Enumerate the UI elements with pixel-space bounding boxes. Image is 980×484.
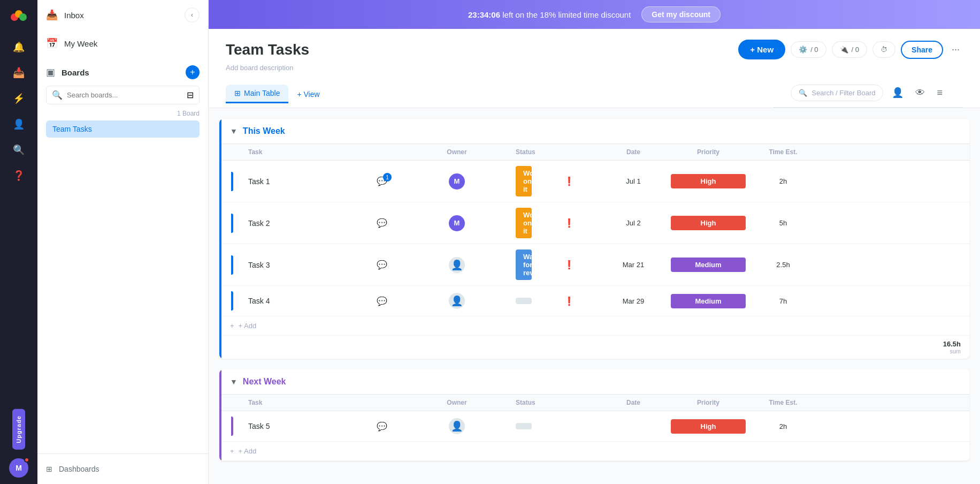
task-name-cell[interactable]: Task 1 bbox=[243, 172, 361, 191]
automation-button[interactable]: ⚙️ / 0 bbox=[791, 41, 826, 58]
sidebar-collapse-button[interactable]: ‹ bbox=[185, 7, 200, 22]
status-cell[interactable] bbox=[510, 292, 537, 309]
status-cell[interactable] bbox=[510, 418, 537, 435]
add-task-row-next[interactable]: + + Add bbox=[221, 442, 969, 461]
alert-icon: ❗ bbox=[564, 218, 575, 228]
page-title-row: Team Tasks + New ⚙️ / 0 🔌 / 0 ⏱ Share ··… bbox=[226, 40, 963, 59]
banner-message: left on the 18% limited time discount bbox=[502, 10, 631, 19]
person-filter-button[interactable]: 👤 bbox=[889, 84, 907, 102]
chat-cell[interactable]: 💬 bbox=[361, 254, 403, 275]
search-icon: 🔍 bbox=[52, 90, 63, 100]
chat-cell[interactable]: 💬 1 bbox=[361, 171, 403, 192]
nav-inbox[interactable]: 📥 bbox=[8, 62, 29, 84]
board-item-team-tasks[interactable]: Team Tasks bbox=[46, 120, 200, 138]
alert-cell: ❗ bbox=[537, 254, 601, 275]
date-cell[interactable]: Mar 21 bbox=[601, 255, 665, 274]
sidebar-item-my-week[interactable]: 📅 My Week bbox=[37, 30, 208, 57]
owner-cell[interactable]: M bbox=[403, 210, 510, 237]
priority-cell[interactable]: High bbox=[665, 414, 751, 439]
status-cell[interactable]: Waiting for review bbox=[510, 244, 537, 285]
integration-icon: 🔌 bbox=[840, 46, 848, 54]
add-board-button[interactable]: + bbox=[186, 65, 200, 79]
time-tracking-button[interactable]: ⏱ bbox=[872, 41, 895, 58]
nav-search[interactable]: 🔍 bbox=[8, 139, 29, 161]
search-filter-input[interactable]: 🔍 Search / Filter Board bbox=[791, 85, 883, 101]
share-button[interactable]: Share bbox=[901, 41, 943, 59]
date-cell[interactable]: Jul 2 bbox=[601, 214, 665, 232]
alert-icon: ❗ bbox=[564, 176, 575, 186]
user-avatar[interactable]: M bbox=[9, 458, 28, 478]
filter-bar: 🔍 Search / Filter Board 👤 👁 ≡ bbox=[774, 78, 963, 108]
hide-button[interactable]: 👁 bbox=[912, 84, 928, 102]
col-extra bbox=[815, 144, 834, 160]
priority-cell[interactable]: High bbox=[665, 210, 751, 236]
chat-cell[interactable]: 💬 bbox=[361, 291, 403, 312]
sum-row: 16.5h sum bbox=[221, 336, 969, 359]
table-next-week-header: Task Owner Status Date Priority Time Est… bbox=[221, 394, 969, 411]
time-est-cell[interactable]: 2h bbox=[751, 172, 815, 191]
time-est-cell[interactable]: 5h bbox=[751, 214, 815, 232]
nav-people[interactable]: 👤 bbox=[8, 114, 29, 135]
owner-cell[interactable]: 👤 bbox=[403, 252, 510, 278]
integration-count: / 0 bbox=[852, 46, 859, 54]
chat-icon[interactable]: 💬 bbox=[377, 421, 387, 432]
owner-cell[interactable]: 👤 bbox=[403, 288, 510, 314]
time-est-cell[interactable]: 2.5h bbox=[751, 255, 815, 274]
task-name-cell[interactable]: Task 2 bbox=[243, 214, 361, 233]
owner-cell[interactable]: 👤 bbox=[403, 413, 510, 440]
nav-bell[interactable]: 🔔 bbox=[8, 36, 29, 58]
get-discount-button[interactable]: Get my discount bbox=[641, 6, 721, 22]
add-icon: + bbox=[230, 447, 234, 455]
add-view-button[interactable]: + View bbox=[290, 86, 326, 103]
chat-icon[interactable]: 💬 1 bbox=[377, 176, 387, 186]
chat-cell[interactable]: 💬 bbox=[361, 213, 403, 233]
time-est-cell[interactable]: 7h bbox=[751, 292, 815, 311]
date-cell[interactable]: Jul 1 bbox=[601, 172, 665, 191]
priority-cell[interactable]: Medium bbox=[665, 252, 751, 277]
group-this-week-title[interactable]: This Week bbox=[243, 126, 285, 136]
chat-icon[interactable]: 💬 bbox=[377, 296, 387, 306]
chat-icon[interactable]: 💬 bbox=[377, 218, 387, 228]
task-name-cell[interactable]: Task 5 bbox=[243, 417, 361, 436]
more-options-button[interactable]: ··· bbox=[948, 41, 963, 58]
integration-button[interactable]: 🔌 / 0 bbox=[832, 41, 867, 58]
col-indicator bbox=[221, 144, 243, 160]
sidebar-item-inbox[interactable]: 📥 Inbox ‹ bbox=[37, 0, 208, 30]
priority-cell[interactable]: Medium bbox=[665, 289, 751, 314]
chat-cell[interactable]: 💬 bbox=[361, 416, 403, 437]
alert-cell: ❗ bbox=[537, 213, 601, 233]
task-name-cell[interactable]: Task 3 bbox=[243, 255, 361, 275]
nav-help[interactable]: ❓ bbox=[8, 165, 29, 186]
time-est-cell[interactable]: 2h bbox=[751, 417, 815, 436]
owner-avatar-empty: 👤 bbox=[449, 418, 465, 434]
upgrade-button[interactable]: Upgrade bbox=[12, 409, 25, 450]
boards-section: ▣ Boards + 🔍 ⊟ 1 Board Team Tasks bbox=[37, 57, 208, 142]
new-button[interactable]: + New bbox=[738, 40, 785, 59]
dashboards-icon: ⊞ bbox=[46, 465, 52, 473]
tab-main-table[interactable]: ⊞ Main Table bbox=[226, 85, 288, 103]
nav-lightning[interactable]: ⚡ bbox=[8, 88, 29, 109]
group-next-week-arrow[interactable]: ▼ bbox=[230, 377, 238, 386]
date-cell[interactable]: Mar 29 bbox=[601, 292, 665, 311]
priority-cell[interactable]: High bbox=[665, 169, 751, 194]
board-description[interactable]: Add board description bbox=[226, 64, 963, 72]
add-task-row[interactable]: + + Add bbox=[221, 316, 969, 336]
owner-cell[interactable]: M bbox=[403, 168, 510, 195]
row-indicator-cell bbox=[221, 167, 243, 196]
alert-cell: ❗ bbox=[537, 171, 601, 192]
task-name-cell[interactable]: Task 4 bbox=[243, 291, 361, 311]
date-cell[interactable] bbox=[601, 421, 665, 432]
app-logo[interactable] bbox=[9, 6, 28, 26]
sidebar-item-dashboards[interactable]: ⊞ Dashboards bbox=[46, 460, 200, 478]
search-boards-input[interactable] bbox=[67, 91, 182, 99]
search-boards-container[interactable]: 🔍 ⊟ bbox=[46, 86, 200, 104]
filter-icon[interactable]: ⊟ bbox=[187, 90, 194, 100]
group-next-week-title[interactable]: Next Week bbox=[243, 377, 286, 387]
status-cell[interactable]: Working on it bbox=[510, 202, 537, 244]
owner-avatar: M bbox=[449, 173, 465, 190]
group-this-week-arrow[interactable]: ▼ bbox=[230, 127, 238, 135]
priority-badge: High bbox=[671, 216, 746, 230]
status-cell[interactable]: Working on it bbox=[510, 161, 537, 202]
chat-icon[interactable]: 💬 bbox=[377, 260, 387, 270]
filter-button[interactable]: ≡ bbox=[933, 84, 946, 102]
